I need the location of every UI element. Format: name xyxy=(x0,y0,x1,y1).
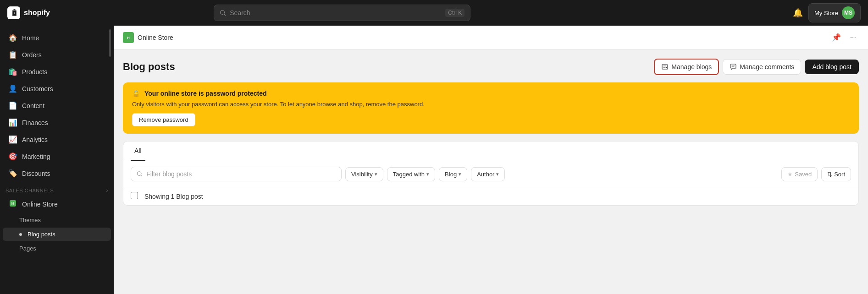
sidebar-item-label: Analytics xyxy=(22,136,48,143)
search-icon xyxy=(220,10,226,16)
sidebar-sub-item-themes[interactable]: Themes xyxy=(3,213,111,227)
more-options-icon[interactable]: ··· xyxy=(847,31,859,44)
svg-rect-7 xyxy=(662,65,668,69)
global-search[interactable]: Ctrl K xyxy=(214,5,470,21)
svg-text:H: H xyxy=(127,36,130,40)
active-dot xyxy=(19,233,22,236)
manage-blogs-button[interactable]: Manage blogs xyxy=(654,59,719,75)
store-avatar: MS xyxy=(842,6,855,19)
main-layout: 🏠 Home 📋 Orders 🛍️ Products 👤 Customers … xyxy=(0,26,868,294)
customers-icon: 👤 xyxy=(8,84,17,93)
sidebar-item-products[interactable]: 🛍️ Products xyxy=(3,64,111,80)
checkbox-cell[interactable] xyxy=(131,192,140,201)
shopify-wordmark: shopify xyxy=(24,9,50,17)
sort-icon: ⇅ xyxy=(827,171,832,178)
password-warning-header: 🔒 Your online store is password protecte… xyxy=(132,90,850,97)
blog-posts-table: All Visibility ▾ Ta xyxy=(123,141,859,206)
chevron-down-icon: ▾ xyxy=(426,171,429,177)
home-icon: 🏠 xyxy=(8,33,17,42)
topbar-right: 🔔 My Store MS xyxy=(793,3,861,22)
chevron-down-icon: ▾ xyxy=(459,171,461,177)
add-blog-post-button[interactable]: Add blog post xyxy=(805,60,859,74)
sales-channels-section: Sales channels › xyxy=(0,182,114,196)
sidebar-item-label: Content xyxy=(22,102,44,109)
sidebar-item-label: Discounts xyxy=(22,170,50,177)
chevron-down-icon: ▾ xyxy=(496,171,499,177)
sidebar-item-label: Customers xyxy=(22,85,53,93)
sidebar-item-online-store[interactable]: H Online Store xyxy=(3,196,111,212)
saved-button[interactable]: ★ Saved xyxy=(781,167,818,181)
blog-filter-button[interactable]: Blog ▾ xyxy=(439,167,467,181)
finances-icon: 📊 xyxy=(8,118,17,127)
search-shortcut: Ctrl K xyxy=(445,9,464,17)
visibility-filter-button[interactable]: Visibility ▾ xyxy=(345,167,383,181)
sidebar-item-label: Orders xyxy=(22,51,42,59)
showing-count: Showing 1 Blog post xyxy=(144,193,203,200)
store-selector-button[interactable]: My Store MS xyxy=(808,3,861,22)
orders-icon: 📋 xyxy=(8,50,17,59)
sidebar-item-discounts[interactable]: 🏷️ Discounts xyxy=(3,165,111,181)
tagged-with-filter-button[interactable]: Tagged with ▾ xyxy=(387,167,435,181)
topbar: shopify Ctrl K 🔔 My Store MS xyxy=(0,0,868,26)
sort-button[interactable]: ⇅ Sort xyxy=(821,167,851,181)
password-warning-banner: 🔒 Your online store is password protecte… xyxy=(123,82,859,134)
pages-label: Pages xyxy=(19,245,36,252)
table-row: Showing 1 Blog post xyxy=(123,187,858,205)
page-header-bar: H Online Store 📌 ··· xyxy=(114,26,868,49)
discounts-icon: 🏷️ xyxy=(8,169,17,178)
sidebar: 🏠 Home 📋 Orders 🛍️ Products 👤 Customers … xyxy=(0,26,114,294)
svg-text:H: H xyxy=(11,201,15,206)
sidebar-item-label: Finances xyxy=(22,119,48,126)
blog-posts-page: Blog posts Manage blogs xyxy=(114,49,868,215)
filter-search-icon xyxy=(137,171,143,177)
author-filter-button[interactable]: Author ▾ xyxy=(471,167,505,181)
scroll-indicator xyxy=(109,29,111,57)
filter-blog-posts-input[interactable] xyxy=(146,170,336,178)
marketing-icon: 🎯 xyxy=(8,152,17,161)
svg-point-1 xyxy=(14,12,15,14)
content-area: H Online Store 📌 ··· Blog posts xyxy=(114,26,868,294)
remove-password-button[interactable]: Remove password xyxy=(132,113,195,126)
sidebar-item-label: Home xyxy=(22,34,39,42)
sidebar-item-content[interactable]: 📄 Content xyxy=(3,98,111,114)
content-icon: 📄 xyxy=(8,101,17,110)
select-all-checkbox[interactable] xyxy=(131,192,138,199)
sidebar-sub-item-blog-posts[interactable]: Blog posts xyxy=(3,228,111,241)
sidebar-item-finances[interactable]: 📊 Finances xyxy=(3,114,111,131)
analytics-icon: 📈 xyxy=(8,135,17,144)
page-title: Blog posts xyxy=(123,61,175,73)
store-name: My Store xyxy=(814,10,838,16)
online-store-label: Online Store xyxy=(22,201,58,208)
online-store-page-icon: H xyxy=(123,32,134,43)
sidebar-item-marketing[interactable]: 🎯 Marketing xyxy=(3,148,111,164)
search-input[interactable] xyxy=(230,9,442,16)
sidebar-item-home[interactable]: 🏠 Home xyxy=(3,30,111,46)
page-header-actions: 📌 ··· xyxy=(829,31,859,44)
sidebar-item-orders[interactable]: 📋 Orders xyxy=(3,47,111,63)
online-store-icon: H xyxy=(8,200,17,209)
star-icon: ★ xyxy=(787,171,793,178)
table-tabs: All xyxy=(123,142,858,161)
themes-label: Themes xyxy=(19,217,41,223)
sidebar-item-analytics[interactable]: 📈 Analytics xyxy=(3,131,111,147)
password-warning-title: Your online store is password protected xyxy=(144,90,267,97)
shopify-logo: shopify xyxy=(7,6,50,19)
page-header-title: Online Store xyxy=(138,34,173,41)
pin-icon[interactable]: 📌 xyxy=(829,31,844,44)
sidebar-item-customers[interactable]: 👤 Customers xyxy=(3,81,111,97)
chevron-right-icon: › xyxy=(106,187,109,194)
password-warning-text: Only visitors with your password can acc… xyxy=(132,101,850,108)
notifications-icon[interactable]: 🔔 xyxy=(793,8,803,18)
products-icon: 🛍️ xyxy=(8,67,17,76)
filter-search[interactable] xyxy=(131,167,342,181)
manage-comments-icon xyxy=(730,63,737,71)
sidebar-item-label: Marketing xyxy=(22,153,50,160)
chevron-down-icon: ▾ xyxy=(375,171,377,177)
table-filters: Visibility ▾ Tagged with ▾ Blog ▾ Author… xyxy=(123,161,858,187)
tab-all[interactable]: All xyxy=(131,142,145,161)
blog-posts-header: Blog posts Manage blogs xyxy=(123,59,859,75)
manage-comments-button[interactable]: Manage comments xyxy=(723,59,801,75)
blog-posts-label: Blog posts xyxy=(28,231,55,238)
header-actions: Manage blogs Manage comments Add blog po… xyxy=(654,59,859,75)
sidebar-sub-item-pages[interactable]: Pages xyxy=(3,242,111,255)
